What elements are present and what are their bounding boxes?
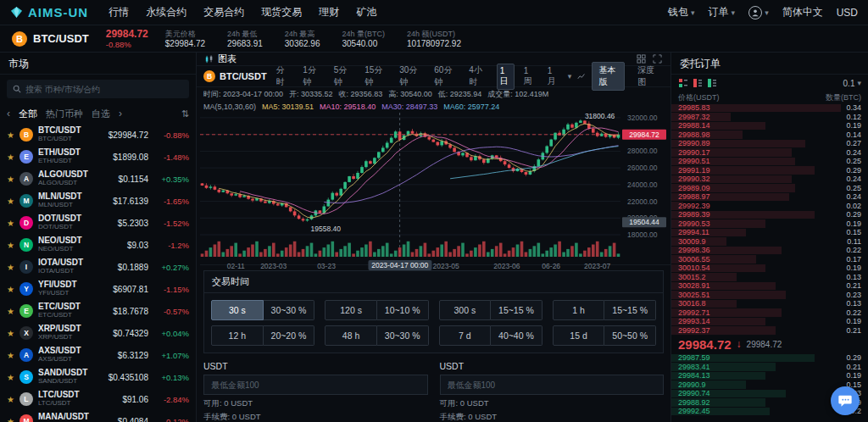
- period-time-button[interactable]: 48 h: [325, 325, 377, 346]
- amount-input[interactable]: [203, 375, 428, 395]
- period-percent-button[interactable]: 15~15 %: [604, 300, 656, 320]
- orderbook-ask-row[interactable]: 29992.39 0.02: [671, 202, 868, 211]
- orderbook-ask-row[interactable]: 29990.32 0.24: [671, 175, 868, 184]
- wallet-menu[interactable]: 钱包 ▾: [668, 5, 695, 19]
- language-selector[interactable]: 简体中文: [782, 5, 823, 19]
- market-list-item[interactable]: ★ Y YFI/USDT YFI/USDT $6907.81 -1.15%: [0, 278, 196, 300]
- book-mode-both-icon[interactable]: [678, 78, 688, 88]
- amount-input[interactable]: [440, 375, 665, 395]
- favorite-star-icon[interactable]: ★: [7, 395, 14, 404]
- favorite-star-icon[interactable]: ★: [7, 373, 14, 382]
- market-list-item[interactable]: ★ E ETC/USDT ETC/USDT $18.7678 -0.57%: [0, 300, 196, 322]
- nav-item[interactable]: 永续合约: [146, 5, 186, 19]
- market-list-item[interactable]: ★ M MANA/USDT MANA/USDT $0.4084 -0.12%: [0, 410, 196, 422]
- orderbook-ask-row[interactable]: 29994.11 0.15: [671, 228, 868, 237]
- depth-mode-button[interactable]: 深度图: [630, 62, 664, 91]
- orderbook-ask-row[interactable]: 29989.09 0.25: [671, 184, 868, 193]
- nav-item[interactable]: 矿池: [356, 5, 376, 19]
- chat-support-button[interactable]: [831, 386, 860, 415]
- chevron-down-icon[interactable]: ▾: [568, 72, 572, 81]
- market-list-item[interactable]: ★ B BTC/USDT BTC/USDT $29984.72 -0.88%: [0, 124, 196, 146]
- orderbook-ask-row[interactable]: 29990.17 0.24: [671, 148, 868, 158]
- orders-menu[interactable]: 订单 ▾: [709, 5, 736, 19]
- market-list-item[interactable]: ★ X XRP/USDT XRP/USDT $0.74329 +0.04%: [0, 322, 196, 344]
- market-list-item[interactable]: ★ D DOT/USDT DOT/USDT $5.2303 -1.52%: [0, 212, 196, 234]
- market-tab[interactable]: 自选: [92, 108, 110, 120]
- orderbook-ask-row[interactable]: 29988.14 0.19: [671, 121, 868, 130]
- brand-logo[interactable]: AIMS-UN: [10, 5, 88, 19]
- favorite-star-icon[interactable]: ★: [7, 175, 14, 184]
- book-mode-bids-icon[interactable]: [707, 78, 717, 88]
- orderbook-ask-row[interactable]: 29990.89 0.27: [671, 139, 868, 148]
- orderbook-ask-row[interactable]: 29989.39 0.29: [671, 210, 868, 219]
- favorite-star-icon[interactable]: ★: [7, 329, 14, 338]
- orderbook-ask-row[interactable]: 30015.2 0.13: [671, 273, 868, 282]
- market-list-item[interactable]: ★ A AXS/USDT AXS/USDT $6.3129 +1.07%: [0, 344, 196, 366]
- market-list-item[interactable]: ★ A ALGO/USDT ALGO/USDT $0.1154 +0.35%: [0, 168, 196, 190]
- basic-mode-button[interactable]: 基本版: [592, 62, 626, 91]
- favorite-star-icon[interactable]: ★: [7, 197, 14, 206]
- favorite-star-icon[interactable]: ★: [7, 417, 14, 422]
- favorite-star-icon[interactable]: ★: [7, 307, 14, 316]
- market-list-item[interactable]: ★ M MLN/USDT MLN/USDT $17.6139 -1.65%: [0, 190, 196, 212]
- search-box[interactable]: [7, 80, 189, 98]
- nav-item[interactable]: 交易合约: [203, 5, 244, 19]
- period-time-button[interactable]: 120 s: [325, 300, 377, 320]
- candlestick-chart[interactable]: 18000.0020000.0022000.0024000.0026000.00…: [197, 113, 670, 260]
- favorite-star-icon[interactable]: ★: [7, 153, 14, 162]
- orderbook-ask-row[interactable]: 30028.91 0.21: [671, 281, 868, 291]
- market-list-item[interactable]: ★ L LTC/USDT LTC/USDT $91.06 -2.84%: [0, 388, 196, 410]
- period-percent-button[interactable]: 30~30 %: [264, 300, 315, 320]
- chevron-right-icon[interactable]: ›: [119, 108, 122, 119]
- nav-item[interactable]: 理财: [319, 5, 339, 19]
- market-list-item[interactable]: ★ S SAND/USDT SAND/USDT $0.435108 +0.13%: [0, 366, 196, 388]
- orderbook-ask-row[interactable]: 29993.14 0.19: [671, 317, 868, 326]
- orderbook-ask-row[interactable]: 30010.54 0.19: [671, 264, 868, 273]
- market-tab[interactable]: 热门币种: [46, 108, 83, 120]
- orderbook-bid-row[interactable]: 29987.59 0.29: [671, 353, 868, 363]
- orderbook-ask-row[interactable]: 29992.71 0.22: [671, 308, 868, 318]
- timeframe-button[interactable]: 60分钟: [431, 62, 459, 91]
- period-time-button[interactable]: 30 s: [211, 300, 264, 320]
- orderbook-ask-row[interactable]: 30016.8 0.13: [671, 299, 868, 308]
- period-percent-button[interactable]: 50~50 %: [604, 325, 656, 346]
- orderbook-ask-row[interactable]: 29985.83 0.34: [671, 103, 868, 113]
- nav-item[interactable]: 行情: [108, 5, 129, 19]
- period-time-button[interactable]: 15 d: [553, 325, 605, 346]
- orderbook-bid-row[interactable]: 29983.41 0.21: [671, 363, 868, 372]
- timeframe-button[interactable]: 1分钟: [299, 62, 324, 91]
- period-time-button[interactable]: 12 h: [211, 325, 264, 346]
- orderbook-ask-row[interactable]: 29988.97 0.24: [671, 192, 868, 202]
- timeframe-button[interactable]: 30分钟: [396, 62, 425, 91]
- favorite-star-icon[interactable]: ★: [7, 130, 14, 140]
- currency-selector[interactable]: USD: [837, 7, 858, 19]
- search-input[interactable]: [25, 85, 183, 94]
- orderbook-ask-row[interactable]: 29987.32 0.12: [671, 113, 868, 122]
- timeframe-button[interactable]: 1周: [520, 64, 538, 90]
- timeframe-button[interactable]: 1月: [544, 64, 562, 90]
- period-percent-button[interactable]: 30~30 %: [377, 325, 429, 346]
- period-percent-button[interactable]: 15~15 %: [491, 300, 542, 320]
- period-percent-button[interactable]: 20~20 %: [264, 325, 315, 346]
- market-tab[interactable]: 全部: [19, 108, 37, 120]
- orderbook-ask-row[interactable]: 29988.98 0.14: [671, 130, 868, 140]
- orderbook-ask-row[interactable]: 30025.51 0.23: [671, 291, 868, 300]
- favorite-star-icon[interactable]: ★: [7, 219, 14, 228]
- favorite-star-icon[interactable]: ★: [7, 351, 14, 360]
- precision-dropdown[interactable]: 0.1 ▾: [843, 79, 861, 88]
- orderbook-ask-row[interactable]: 29990.51 0.25: [671, 157, 868, 166]
- favorite-star-icon[interactable]: ★: [7, 263, 14, 272]
- timeframe-button[interactable]: 4小时: [465, 62, 490, 91]
- period-percent-button[interactable]: 10~10 %: [377, 300, 429, 320]
- orderbook-bid-row[interactable]: 29984.13 0.19: [671, 371, 868, 380]
- orderbook-ask-row[interactable]: 29998.36 0.22: [671, 246, 868, 255]
- timeframe-button[interactable]: 分时: [273, 62, 294, 91]
- period-time-button[interactable]: 300 s: [439, 300, 492, 320]
- favorite-star-icon[interactable]: ★: [7, 285, 14, 294]
- timeframe-button[interactable]: 5分钟: [331, 62, 355, 91]
- pair-selector[interactable]: B BTC/USDT: [12, 31, 89, 47]
- orderbook-ask-row[interactable]: 30006.55 0.17: [671, 255, 868, 264]
- favorite-star-icon[interactable]: ★: [7, 241, 14, 250]
- orderbook-ask-row[interactable]: 30009.9 0.11: [671, 237, 868, 247]
- orderbook-ask-row[interactable]: 29990.53 0.19: [671, 219, 868, 229]
